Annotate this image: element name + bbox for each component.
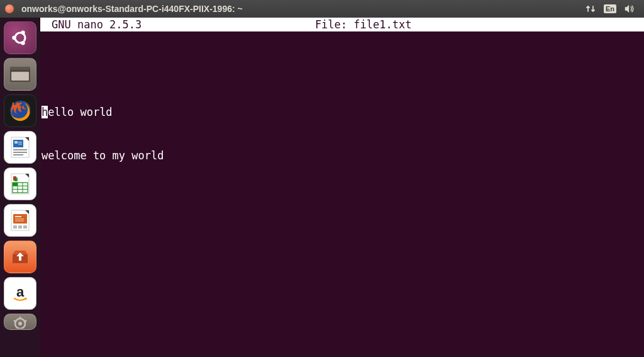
nano-app-name: GNU nano 2.5.3 — [43, 18, 142, 32]
svg-rect-15 — [13, 149, 27, 150]
terminal[interactable]: GNU nano 2.5.3 File: file1.txt hello wor… — [40, 18, 644, 357]
launcher-firefox[interactable] — [4, 94, 36, 127]
editor-line-1: hello world — [40, 105, 644, 120]
launcher-files[interactable] — [4, 58, 36, 91]
svg-rect-12 — [14, 141, 18, 144]
nano-filename: file1.txt — [353, 18, 411, 31]
svg-rect-13 — [18, 142, 22, 143]
writer-icon — [8, 135, 33, 160]
editor-content[interactable]: hello world welcome to my world — [40, 31, 644, 191]
launcher-writer[interactable] — [4, 131, 36, 164]
titlebar-left: onworks@onworks-Standard-PC-i440FX-PIIX-… — [5, 4, 243, 14]
window-close-button[interactable] — [5, 4, 14, 13]
settings-icon — [9, 315, 31, 329]
svg-line-40 — [25, 320, 26, 322]
network-icon[interactable] — [585, 3, 596, 14]
svg-rect-24 — [13, 183, 18, 186]
impress-icon — [8, 208, 33, 233]
svg-rect-7 — [11, 72, 29, 81]
files-icon — [8, 63, 33, 86]
svg-point-37 — [18, 322, 22, 326]
svg-rect-31 — [15, 220, 24, 222]
system-tray: En — [585, 3, 639, 14]
unity-launcher: a — [0, 18, 40, 357]
editor-cursor: h — [42, 106, 48, 118]
svg-point-3 — [21, 31, 25, 35]
nano-titlebar: GNU nano 2.5.3 File: file1.txt — [40, 18, 644, 31]
svg-point-2 — [12, 36, 16, 40]
editor-line-2: welcome to my world — [40, 149, 644, 163]
window-titlebar: onworks@onworks-Standard-PC-i440FX-PIIX-… — [0, 0, 644, 18]
main-area: a GNU nano 2.5.3 File: file1.txt — [0, 18, 644, 357]
language-indicator[interactable]: En — [604, 4, 616, 13]
svg-rect-6 — [10, 67, 30, 70]
nano-file-label: File: file1.txt — [142, 18, 641, 32]
sound-icon[interactable] — [624, 3, 635, 14]
svg-rect-32 — [13, 225, 17, 229]
svg-rect-16 — [13, 152, 27, 153]
svg-rect-26 — [14, 178, 18, 181]
launcher-software[interactable] — [4, 241, 36, 273]
launcher-amazon[interactable]: a — [4, 277, 36, 310]
svg-rect-17 — [13, 154, 23, 156]
software-icon — [8, 244, 33, 269]
svg-rect-29 — [15, 216, 21, 217]
launcher-calc[interactable] — [4, 167, 36, 200]
svg-point-4 — [21, 41, 25, 45]
svg-rect-14 — [18, 144, 22, 145]
svg-rect-30 — [15, 218, 24, 220]
ubuntu-logo-icon — [10, 28, 30, 48]
launcher-dash[interactable] — [4, 21, 36, 54]
calc-icon — [8, 171, 33, 196]
svg-line-39 — [14, 320, 16, 322]
svg-rect-34 — [23, 225, 27, 229]
svg-rect-33 — [18, 225, 22, 229]
svg-text:a: a — [16, 284, 25, 300]
launcher-impress[interactable] — [4, 204, 36, 237]
firefox-icon — [7, 98, 33, 124]
amazon-icon: a — [8, 281, 33, 306]
editor-blank-line — [40, 62, 644, 76]
window-title: onworks@onworks-Standard-PC-i440FX-PIIX-… — [21, 4, 243, 14]
launcher-settings[interactable] — [4, 314, 36, 330]
